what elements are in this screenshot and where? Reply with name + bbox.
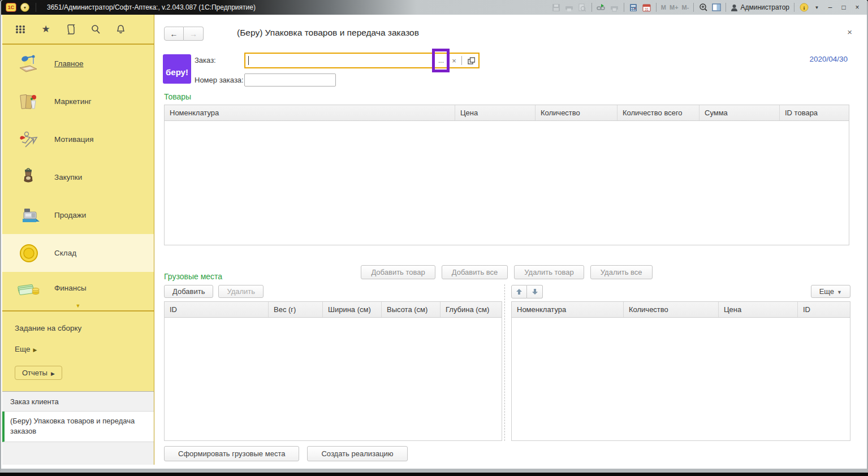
column-header[interactable]: Цена: [719, 302, 798, 317]
favorites-star-icon[interactable]: ★: [40, 23, 52, 36]
order-choose-button[interactable]: ...: [434, 54, 448, 67]
field-divider: [461, 56, 462, 65]
more-link[interactable]: Еще▶: [15, 345, 154, 353]
preview-icon[interactable]: [577, 3, 587, 12]
column-header[interactable]: Количество: [536, 105, 617, 120]
goods-table-body[interactable]: [165, 121, 849, 245]
column-header[interactable]: Номенклатура: [512, 302, 624, 317]
search-icon[interactable]: [89, 23, 102, 36]
order-input[interactable]: [245, 54, 434, 67]
chevron-down-icon: ▼: [837, 289, 842, 295]
cargo-content-table-body[interactable]: [512, 318, 850, 440]
column-header[interactable]: Сумма: [699, 105, 780, 120]
column-header[interactable]: Вес (г): [269, 302, 323, 317]
open-window-active-item[interactable]: (Беру) Упаковка товаров и передача заказ…: [2, 412, 154, 442]
link-icon[interactable]: [597, 3, 606, 12]
column-header[interactable]: Количество всего: [617, 105, 699, 120]
chevron-down-icon[interactable]: ▼: [812, 3, 822, 12]
cargo-content-table[interactable]: Номенклатура Количество Цена ID: [511, 301, 850, 441]
order-number-label: Номер заказа:: [195, 76, 244, 84]
maximize-button[interactable]: □: [839, 3, 849, 11]
memory-m-minus-button[interactable]: M-: [682, 4, 689, 11]
create-cargo-places-button[interactable]: Сформировать грузовые места: [164, 446, 299, 461]
order-number-input[interactable]: [244, 73, 336, 86]
titlebar-separator: [624, 3, 624, 12]
remove-all-button[interactable]: Удалить все: [590, 265, 653, 279]
column-header[interactable]: ID: [165, 302, 269, 317]
reports-button[interactable]: Отчеты▶: [15, 366, 62, 380]
move-down-button[interactable]: [527, 285, 543, 298]
cargo-places-panel: Добавить Удалить ID Вес (г) Ширина (см) …: [164, 284, 502, 441]
sidebar-item-sales[interactable]: Продажи: [2, 196, 154, 234]
notifications-bell-icon[interactable]: [114, 23, 127, 36]
sidebar-item-glavnoe[interactable]: Главное: [2, 45, 154, 83]
close-button[interactable]: ×: [852, 3, 862, 11]
main-menu-icon[interactable]: ▼: [20, 3, 29, 12]
memory-m-plus-button[interactable]: M+: [670, 4, 679, 11]
goods-table-header: Номенклатура Цена Количество Количество …: [165, 105, 849, 121]
order-clear-button[interactable]: ×: [448, 54, 460, 67]
panel-splitter[interactable]: [504, 284, 505, 441]
cash-register-icon: [17, 204, 41, 227]
sidebar-expand-caret-icon[interactable]: ▼: [2, 304, 154, 310]
column-header[interactable]: Количество: [624, 302, 719, 317]
split-view-icon[interactable]: [711, 3, 721, 12]
order-field: ... ×: [244, 53, 480, 68]
arrow-right-icon: ▶: [33, 347, 37, 353]
cargo-places-table[interactable]: ID Вес (г) Ширина (см) Высота (см) Глуби…: [164, 301, 502, 441]
column-header[interactable]: Номенклатура: [165, 105, 455, 120]
assembly-task-link[interactable]: Задание на сборку: [15, 324, 154, 332]
cargo-table-body[interactable]: [165, 318, 502, 440]
column-header[interactable]: Высота (см): [382, 302, 441, 317]
create-realization-button[interactable]: Создать реализацию: [307, 446, 407, 461]
cargo-delete-button[interactable]: Удалить: [218, 285, 264, 298]
remove-item-button[interactable]: Удалить товар: [514, 265, 584, 279]
menu-grid-icon[interactable]: [15, 23, 27, 36]
calculator-icon[interactable]: [629, 3, 638, 12]
column-header[interactable]: ID товара: [780, 105, 849, 120]
open-window-group-header[interactable]: Заказ клиента: [2, 392, 154, 412]
sidebar-item-label: Маркетинг: [54, 97, 92, 106]
sidebar-item-purchasing[interactable]: Закупки: [2, 158, 154, 196]
sidebar-toolbar: ★: [2, 15, 154, 45]
print-icon[interactable]: [564, 3, 574, 12]
back-button[interactable]: ←: [164, 27, 184, 41]
sidebar-item-finance[interactable]: Финансы: [2, 272, 154, 304]
zoom-icon[interactable]: [698, 3, 708, 12]
form-close-icon[interactable]: ×: [847, 27, 852, 37]
cargo-add-button[interactable]: Добавить: [164, 285, 213, 298]
minimize-button[interactable]: –: [825, 3, 835, 11]
sidebar-item-warehouse[interactable]: Склад: [2, 234, 154, 272]
cargo-toolbar: Добавить Удалить: [164, 284, 502, 298]
column-header[interactable]: Глубина (см): [441, 302, 502, 317]
info-icon[interactable]: i: [799, 3, 809, 12]
forward-button[interactable]: →: [184, 27, 204, 41]
move-up-button[interactable]: [511, 285, 527, 298]
column-header[interactable]: ID: [798, 302, 850, 317]
sidebar-item-marketing[interactable]: Маркетинг: [2, 83, 154, 120]
titlebar-separator: [794, 3, 794, 12]
print-queue-icon[interactable]: [610, 3, 619, 12]
add-item-button[interactable]: Добавить товар: [361, 265, 435, 279]
goods-buttons-row: Добавить товар Добавить все Удалить това…: [164, 265, 849, 279]
nav-buttons: ← →: [164, 27, 204, 41]
more-button[interactable]: Еще▼: [811, 285, 850, 298]
sidebar-item-label: Продажи: [54, 211, 86, 219]
calendar-icon[interactable]: 31: [642, 3, 651, 12]
history-icon[interactable]: [64, 23, 77, 36]
sidebar-item-motivation[interactable]: Мотивация: [2, 120, 154, 158]
current-user[interactable]: Администратор: [731, 3, 789, 11]
sidebar-links: Задание на сборку Еще▶ Отчеты▶: [2, 311, 154, 380]
column-header[interactable]: Цена: [455, 105, 536, 120]
arrow-up-icon: [516, 288, 522, 295]
arrow-down-icon: [532, 288, 538, 295]
save-icon[interactable]: [551, 3, 561, 12]
1c-logo-icon[interactable]: 1С: [6, 3, 16, 12]
order-open-button[interactable]: [464, 54, 478, 67]
user-name-label: Администратор: [740, 3, 789, 11]
column-header[interactable]: Ширина (см): [323, 302, 382, 317]
sidebar-open-windows: Заказ клиента (Беру) Упаковка товаров и …: [2, 391, 154, 465]
goods-table[interactable]: Номенклатура Цена Количество Количество …: [164, 105, 849, 245]
memory-m-button[interactable]: M: [661, 4, 666, 11]
add-all-button[interactable]: Добавить все: [442, 265, 508, 279]
